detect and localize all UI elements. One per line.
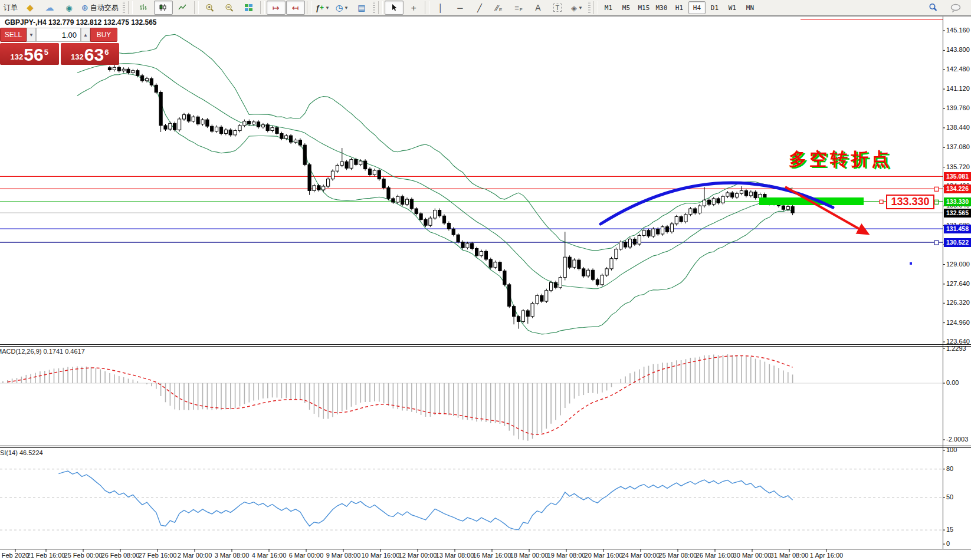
auto-scroll-button[interactable]: ↦ xyxy=(267,1,286,15)
price-axis-label: 141.120 xyxy=(946,85,970,92)
annotation-text[interactable]: 多空转折点 xyxy=(789,147,892,172)
time-axis-label: 24 Mar 00:00 xyxy=(622,552,660,559)
chart-canvas[interactable] xyxy=(0,0,971,560)
time-axis-label: 2 Mar 00:00 xyxy=(178,552,212,559)
timeframe-w1[interactable]: W1 xyxy=(724,1,741,14)
periods-button[interactable]: ◷▼ xyxy=(333,1,352,15)
price-axis-label: 129.000 xyxy=(946,261,970,268)
timeframe-m30[interactable]: M30 xyxy=(653,1,670,14)
price-axis-label: 127.640 xyxy=(946,280,970,287)
toolbar-separator xyxy=(593,1,598,14)
price-tag-box[interactable]: 133.330 xyxy=(886,195,934,209)
time-axis-label: 13 Mar 08:00 xyxy=(436,552,474,559)
vertical-line-button[interactable]: │ xyxy=(431,1,450,15)
price-axis-label: 124.960 xyxy=(946,319,970,326)
macd-axis-label: -2.0003 xyxy=(946,436,968,443)
timeframe-d1[interactable]: D1 xyxy=(706,1,723,14)
volume-decrease-button[interactable]: ▼ xyxy=(27,28,36,42)
macd-signal-line xyxy=(8,355,793,434)
price-badge-133.330: 133.330 xyxy=(944,197,971,206)
bollinger-bands xyxy=(77,34,793,334)
clock-icon: ◷ xyxy=(336,3,343,12)
text-tool-button[interactable]: A xyxy=(529,1,547,15)
time-axis-label: 18 Mar 00:00 xyxy=(510,552,549,559)
zoom-out-button[interactable] xyxy=(220,1,239,15)
volume-input[interactable] xyxy=(36,28,81,42)
shapes-button[interactable]: ◈▼ xyxy=(567,1,586,15)
chat-button[interactable] xyxy=(946,1,965,15)
candlestick-icon xyxy=(159,4,168,12)
price-axis-label: 126.320 xyxy=(946,299,970,306)
time-axis-label: 25 Feb 00:00 xyxy=(64,552,103,559)
symbol-header: GBPJPY-,H4 132.779 132.812 132.475 132.5… xyxy=(5,18,157,27)
timeframe-m1[interactable]: M1 xyxy=(600,1,617,14)
horizontal-line-icon: ─ xyxy=(457,4,462,12)
price-axis-label: 139.760 xyxy=(946,104,970,111)
chevron-down-icon: ▼ xyxy=(325,5,330,11)
fibonacci-button[interactable]: ≡F xyxy=(509,1,528,15)
buy-price-box[interactable]: 132 63 6 xyxy=(61,43,120,65)
market-icon[interactable]: ◆ xyxy=(21,1,40,15)
toolbar-separator xyxy=(194,1,199,14)
rsi-axis-label: 50 xyxy=(946,493,953,500)
bar-chart-button[interactable] xyxy=(135,1,153,15)
label-tool-button[interactable]: T xyxy=(548,1,567,15)
macd-axis-label: 1.2293 xyxy=(946,345,966,352)
time-axis-label: 19 Mar 08:00 xyxy=(547,552,586,559)
new-order-button[interactable]: 订单 xyxy=(1,1,20,15)
signals-icon[interactable]: ◉ xyxy=(60,1,78,15)
crosshair-button[interactable]: ＋ xyxy=(404,1,423,15)
price-axis-label: 123.640 xyxy=(946,338,970,345)
volume-increase-button[interactable]: ▲ xyxy=(81,28,90,42)
indicators-button[interactable]: ƒ+▼ xyxy=(313,1,332,15)
chevron-down-icon: ▼ xyxy=(29,32,34,38)
toolbar: 订单 ◆ ☁ ◉ ⊕ 自动交易 ↦ ↤ ƒ+▼ ◷▼ ▤ ＋ │ ─ ╱ ∕∕E… xyxy=(0,0,971,16)
timeframe-h4[interactable]: H4 xyxy=(688,1,706,14)
toolbar-separator xyxy=(260,1,265,14)
price-badge-134.226: 134.226 xyxy=(944,185,971,193)
vertical-line-icon: │ xyxy=(438,4,443,12)
plus-icon: + xyxy=(320,4,324,12)
time-axis-label: 4 Mar 16:00 xyxy=(252,552,287,559)
auto-trading-button[interactable]: ⊕ 自动交易 xyxy=(79,1,121,15)
toolbar-separator xyxy=(307,1,311,14)
price-axis-label: 135.720 xyxy=(946,163,970,170)
tile-windows-button[interactable] xyxy=(240,1,258,15)
chart-shift-button[interactable]: ↤ xyxy=(286,1,305,15)
blue-dot-marker[interactable] xyxy=(910,262,912,265)
timeframe-m5[interactable]: M5 xyxy=(618,1,635,14)
sell-button[interactable]: SELL xyxy=(0,28,27,42)
rsi-label: RSI(14) 46.5224 xyxy=(0,449,43,456)
timeframe-m15[interactable]: M15 xyxy=(635,1,652,14)
timeframe-h1[interactable]: H1 xyxy=(671,1,688,14)
rsi-axis-label: 15 xyxy=(946,526,953,533)
sonar-icon: ◉ xyxy=(65,4,72,12)
timeframe-mn[interactable]: MN xyxy=(742,1,759,14)
time-axis-label: 30 Mar 00:00 xyxy=(733,552,772,559)
time-axis-label: 10 Mar 16:00 xyxy=(362,552,400,559)
cursor-button[interactable] xyxy=(385,1,404,15)
horizontal-line-button[interactable]: ─ xyxy=(451,1,470,15)
candlestick-series[interactable] xyxy=(108,64,794,329)
line-chart-button[interactable] xyxy=(173,1,192,15)
search-button[interactable] xyxy=(924,1,943,15)
templates-button[interactable]: ▤ xyxy=(352,1,371,15)
search-icon xyxy=(929,3,938,12)
equidistant-channel-button[interactable]: ∕∕E xyxy=(490,1,509,15)
tile-windows-icon xyxy=(244,4,253,12)
rsi-axis-label: 100 xyxy=(946,446,957,453)
buy-button[interactable]: BUY xyxy=(90,28,117,42)
trendline-button[interactable]: ╱ xyxy=(470,1,489,15)
cloud-icon: ☁ xyxy=(45,2,54,13)
line-handle[interactable] xyxy=(934,241,939,245)
tag-handle[interactable] xyxy=(880,200,883,203)
community-icon[interactable]: ☁ xyxy=(40,1,59,15)
buy-price-figure: 132 xyxy=(71,52,84,61)
sell-price-box[interactable]: 132 56 5 xyxy=(0,43,59,65)
down-arrow[interactable] xyxy=(785,187,867,233)
zoom-in-button[interactable] xyxy=(201,1,219,15)
candlestick-chart-button[interactable] xyxy=(154,1,173,15)
time-axis-label: 6 Mar 00:00 xyxy=(289,552,324,559)
line-handle[interactable] xyxy=(934,187,939,191)
sell-price-point: 5 xyxy=(44,48,48,57)
